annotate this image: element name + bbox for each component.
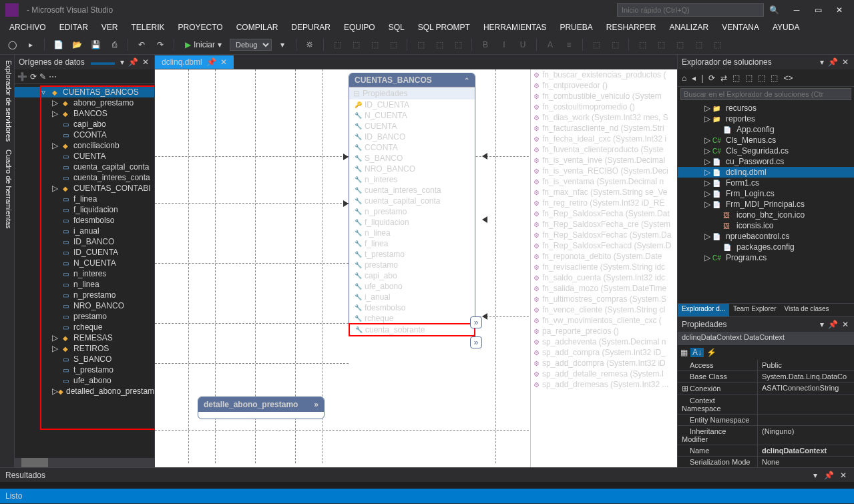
- menu-ventana[interactable]: VENTANA: [716, 21, 765, 33]
- bold-button[interactable]: B: [477, 37, 493, 53]
- ds-opt-button[interactable]: ⋯: [49, 72, 57, 81]
- sln-node-iconsis-ico[interactable]: 🖼iconsis.ico: [678, 220, 854, 231]
- tab-dclinq[interactable]: dclinq.dbml 📌 ✕: [155, 55, 234, 69]
- quick-launch-input[interactable]: [617, 3, 764, 17]
- close-button[interactable]: ✕: [830, 3, 849, 17]
- entity-field-s_banco[interactable]: 🔧S_BANCO: [349, 153, 475, 164]
- method-row[interactable]: ⚙fn_Rep_SaldosxFecha (System.Dat: [531, 208, 677, 219]
- props-events-button[interactable]: ⚡: [706, 348, 716, 357]
- save-all-button[interactable]: ⎙: [106, 37, 122, 53]
- sln-pin-button[interactable]: 📌: [827, 57, 839, 67]
- align-button[interactable]: ≡: [561, 37, 577, 53]
- method-row[interactable]: ⚙fn_salida_mozo (System.DateTime: [531, 283, 677, 294]
- menu-sql[interactable]: SQL: [383, 21, 410, 33]
- sln-node-form1-cs[interactable]: ▷📄Form1.cs: [678, 178, 854, 188]
- ds-node-cuenta_capital_conta[interactable]: ▭cuenta_capital_conta: [15, 162, 154, 172]
- method-row[interactable]: ⚙fn_costoultimopromedio (): [531, 101, 677, 112]
- method-row[interactable]: ⚙fn_vw_movimientos_cliente_cxc (: [531, 315, 677, 326]
- menu-herramientas[interactable]: HERRAMIENTAS: [478, 21, 552, 33]
- sln-node-program-cs[interactable]: ▷C#Program.cs: [678, 252, 854, 263]
- method-row[interactable]: ⚙fn_Rep_SaldosxFechacd (System.D: [531, 240, 677, 251]
- nav-back-button[interactable]: ◯: [4, 37, 20, 53]
- menu-compilar[interactable]: COMPILAR: [231, 21, 284, 33]
- prop-row-conexión[interactable]: ⊞ConexiónASATIConnectionString: [678, 383, 854, 395]
- underline-button[interactable]: U: [515, 37, 531, 53]
- prop-row-serialization-mode[interactable]: Serialization ModeNone: [678, 457, 854, 467]
- method-row[interactable]: ⚙fn_Rep_SaldosxFecha_cre (System: [531, 219, 677, 230]
- tb-m-icon[interactable]: ⬚: [690, 37, 706, 53]
- props-pin-button[interactable]: 📌: [827, 320, 839, 329]
- sln-home-button[interactable]: ⌂: [680, 73, 688, 83]
- method-row[interactable]: ⚙fn_saldo_cuenta (System.Int32 idc: [531, 272, 677, 283]
- method-row[interactable]: ⚙sp_add_dremesas (System.Int32 ...: [531, 379, 677, 390]
- ds-tree[interactable]: ▿◆CUENTAS_BANCOS▷◆abono_prestamo▷◆BANCOS…: [15, 84, 154, 458]
- tab-pin-icon[interactable]: 📌: [206, 57, 216, 67]
- method-row[interactable]: ⚙sp_add_compra (System.Int32 iD_: [531, 347, 677, 358]
- sln-tab-1[interactable]: Team Explorer: [729, 304, 780, 316]
- entity-field-prestamo[interactable]: 🔧prestamo: [349, 260, 475, 270]
- sln-node-packages-config[interactable]: 📄packages.config: [678, 242, 854, 252]
- sln-sync-button[interactable]: ⇄: [719, 73, 728, 83]
- method-row[interactable]: ⚙fn_cntproveedor (): [531, 80, 677, 91]
- entity-field-cuenta_capital_conta[interactable]: 🔧cuenta_capital_conta: [349, 196, 475, 206]
- entity-field-i_anual[interactable]: 🔧i_anual: [349, 292, 475, 302]
- ds-node-fdesmbolso[interactable]: ▭fdesmbolso: [15, 215, 154, 226]
- menu-editar[interactable]: EDITAR: [54, 21, 93, 33]
- method-row[interactable]: ⚙fn_reponota_debito (System.Date: [531, 251, 677, 262]
- props-grid[interactable]: AccessPublicBase ClassSystem.Data.Linq.D…: [678, 360, 854, 467]
- results-dropdown-button[interactable]: ▾: [811, 471, 819, 480]
- config-select[interactable]: Debug: [230, 39, 272, 51]
- prop-row-access[interactable]: AccessPublic: [678, 360, 854, 371]
- menu-telerik[interactable]: TELERIK: [126, 21, 170, 33]
- ds-node-capi_abo[interactable]: ▭capi_abo: [15, 119, 154, 130]
- menu-proyecto[interactable]: PROYECTO: [173, 21, 228, 33]
- entity-field-nro_banco[interactable]: 🔧NRO_BANCO: [349, 164, 475, 174]
- ds-dropdown-button[interactable]: ▾: [119, 57, 126, 67]
- method-row[interactable]: ⚙fn_fecha_ideal_cxc (System.Int32 i: [531, 134, 677, 144]
- tab-close-button[interactable]: ✕: [220, 57, 227, 67]
- sln-node-frm_login-cs[interactable]: ▷📄Frm_Login.cs: [678, 188, 854, 199]
- menu-equipo[interactable]: EQUIPO: [339, 21, 381, 33]
- ds-node-prestamo[interactable]: ▭prestamo: [15, 311, 154, 322]
- entity-field-ufe_abono[interactable]: 🔧ufe_abono: [349, 281, 475, 292]
- ds-node-n_prestamo[interactable]: ▭n_prestamo: [15, 290, 154, 300]
- method-row[interactable]: ⚙fn_ultimostres_compras (System.S: [531, 294, 677, 304]
- method-row[interactable]: ⚙fn_max_nfac (System.String se_Ve: [531, 187, 677, 198]
- tb-l-icon[interactable]: ⬚: [672, 37, 688, 53]
- menu-prueba[interactable]: PRUEBA: [554, 21, 598, 33]
- tb-c-icon[interactable]: ⬚: [367, 37, 383, 53]
- entity-field-cconta[interactable]: 🔧CCONTA: [349, 142, 475, 153]
- entity-field-capi_abo[interactable]: 🔧capi_abo: [349, 270, 475, 281]
- sln-dropdown-button[interactable]: ▾: [819, 57, 825, 67]
- method-list-panel[interactable]: ⚙fn_buscar_existencias_productos (⚙fn_cn…: [530, 69, 677, 467]
- sln-node-icono_bhz_icon-ico[interactable]: 🖼icono_bhz_icon.ico: [678, 210, 854, 220]
- menu-resharper[interactable]: RESHARPER: [601, 21, 662, 33]
- ds-add-button[interactable]: ➕: [17, 72, 27, 81]
- entity-field-fdesmbolso[interactable]: 🔧fdesmbolso: [349, 302, 475, 313]
- sln-node-dclinq-dbml[interactable]: ▷📄dclinq.dbml: [678, 167, 854, 178]
- sln-node-recursos[interactable]: ▷📁recursos: [678, 103, 854, 113]
- entity-field-id_cuenta[interactable]: 🔑ID_CUENTA: [349, 99, 475, 110]
- sln-node-app-config[interactable]: 📄App.config: [678, 124, 854, 135]
- ds-node-i_anual[interactable]: ▭i_anual: [15, 226, 154, 236]
- props-az-button[interactable]: A↓: [690, 348, 704, 357]
- menu-archivo[interactable]: ARCHIVO: [4, 21, 51, 33]
- ds-edit-button[interactable]: ✎: [39, 72, 46, 81]
- ds-node-s_banco[interactable]: ▭S_BANCO: [15, 354, 154, 364]
- ds-node-ufe_abono[interactable]: ▭ufe_abono: [15, 375, 154, 386]
- results-pin-button[interactable]: 📌: [822, 471, 836, 480]
- sln-node-cls_seguridad-cs[interactable]: ▷C#Cls_Seguridad.cs: [678, 146, 854, 156]
- prop-row-entity-namespace[interactable]: Entity Namespace: [678, 415, 854, 426]
- entity-field-n_linea[interactable]: 🔧n_linea: [349, 228, 475, 238]
- tb-h-icon[interactable]: ⬚: [588, 37, 604, 53]
- entity-detalle-abono[interactable]: detalle_abono_prestamo»: [198, 397, 325, 419]
- sln-node-npruebacontrol-cs[interactable]: ▷📄npruebacontrol.cs: [678, 231, 854, 242]
- tb-d-icon[interactable]: ⬚: [385, 37, 401, 53]
- method-row[interactable]: ⚙fn_buscar_existencias_productos (: [531, 69, 677, 80]
- sln-tab-2[interactable]: Vista de clases: [781, 304, 833, 316]
- method-row[interactable]: ⚙fn_dias_work (System.Int32 mes, S: [531, 112, 677, 123]
- entity-field-cuenta_interes_conta[interactable]: 🔧cuenta_interes_conta: [349, 185, 475, 196]
- nav-fwd-button[interactable]: ▸: [23, 37, 39, 53]
- ds-node-f_liquidacion[interactable]: ▭f_liquidacion: [15, 204, 154, 215]
- ds-node-id_banco[interactable]: ▭ID_BANCO: [15, 236, 154, 247]
